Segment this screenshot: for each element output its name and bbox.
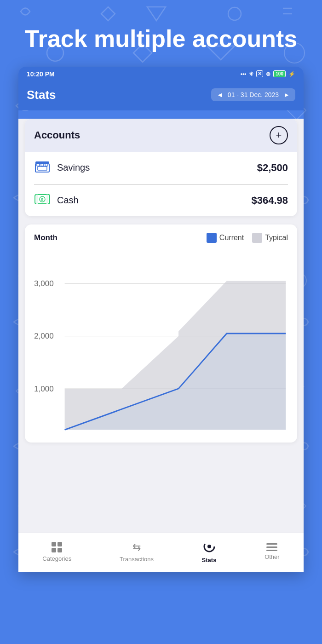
transactions-icon: ⇆ [132,541,141,553]
accounts-header: Accounts + [25,119,297,152]
typical-swatch [252,233,262,243]
app-content: Accounts + Savings $2,500 [18,119,304,533]
svg-text:$: $ [41,197,43,202]
savings-icon [34,160,51,176]
status-time: 10:20 PM [27,70,55,78]
chart-area: 3,000 2,000 1,000 [34,250,288,434]
chart-svg: 3,000 2,000 1,000 [34,250,288,434]
svg-rect-9 [35,161,49,164]
stats-label: Stats [202,557,217,564]
typical-label: Typical [265,234,288,242]
chart-period-label: Month [34,233,58,242]
chart-legend: Month Current Typical [34,233,288,243]
transactions-label: Transactions [120,556,154,563]
phone-screen: 10:20 PM ••• ✳ ✕ ⊜ 100 ⚡ Stats ◄ 01 - 31… [18,67,304,572]
categories-icon [52,542,63,553]
nav-item-other[interactable]: Other [258,541,286,562]
account-row-savings[interactable]: Savings $2,500 [25,152,297,184]
current-label: Current [219,234,244,242]
promo-header: Track multiple accounts [0,0,322,67]
svg-rect-8 [38,167,47,170]
categories-label: Categories [42,555,71,562]
add-account-button[interactable]: + [270,126,288,144]
legend-typical: Typical [252,233,288,243]
other-icon [266,543,277,551]
date-navigator[interactable]: ◄ 01 - 31 Dec. 2023 ► [211,88,295,101]
account-row-cash[interactable]: $ Cash $364.98 [25,185,297,216]
app-title: Stats [27,88,56,102]
svg-rect-14 [46,195,48,204]
nav-item-transactions[interactable]: ⇆ Transactions [113,540,160,564]
prev-date-arrow[interactable]: ◄ [217,91,223,98]
svg-text:2,000: 2,000 [34,331,54,340]
accounts-card: Accounts + Savings $2,500 [25,119,297,216]
app-header: Stats ◄ 01 - 31 Dec. 2023 ► [18,81,304,110]
savings-name: Savings [57,162,251,173]
current-swatch [207,233,217,243]
x-icon: ✕ [256,70,263,77]
battery-icon: 100 [273,70,286,77]
wifi-icon: ⊜ [266,71,270,77]
cash-name: Cash [57,195,245,206]
lightning-icon: ⚡ [288,71,295,77]
svg-text:3,000: 3,000 [34,279,54,288]
other-label: Other [264,553,280,560]
next-date-arrow[interactable]: ► [283,91,290,98]
svg-rect-13 [36,195,38,204]
accounts-title: Accounts [34,129,80,141]
stats-icon [203,540,215,554]
legend-current: Current [207,233,244,243]
svg-text:1,000: 1,000 [34,384,54,393]
cash-amount: $364.98 [251,195,288,207]
date-range-label: 01 - 31 Dec. 2023 [228,91,279,98]
savings-amount: $2,500 [257,162,288,174]
nav-item-categories[interactable]: Categories [36,540,78,564]
bottom-nav: Categories ⇆ Transactions Stats [18,533,304,572]
nav-item-stats[interactable]: Stats [196,539,223,565]
svg-point-23 [207,545,211,548]
chart-card: Month Current Typical 3,000 2,000 1,000 [25,224,297,443]
status-bar: 10:20 PM ••• ✳ ✕ ⊜ 100 ⚡ [18,67,304,81]
dots-icon: ••• [241,71,247,77]
status-icons: ••• ✳ ✕ ⊜ 100 ⚡ [241,70,295,77]
promo-title: Track multiple accounts [18,25,304,53]
bluetooth-icon: ✳ [249,71,253,77]
cash-icon: $ [34,193,51,208]
